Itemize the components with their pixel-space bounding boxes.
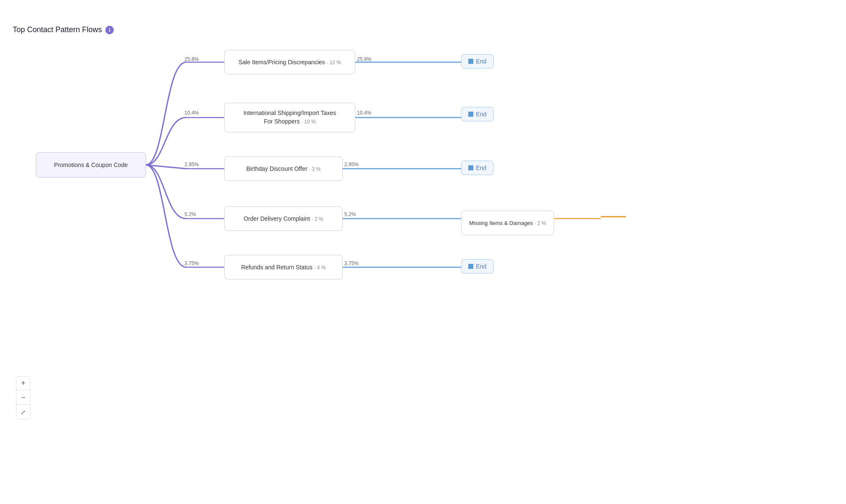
info-icon[interactable]: i [105, 26, 114, 34]
node-2[interactable]: International Shipping/Import TaxesFor S… [224, 103, 355, 132]
node-3[interactable]: Birthday Discount Offer · 3 % [224, 156, 343, 181]
pct-label-1: 25.8% [184, 56, 199, 62]
pct-label-4: 5.2% [184, 211, 196, 217]
page-title-area: Top Contact Pattern Flows i [13, 25, 114, 34]
bar-pct-1: 25.8% [357, 56, 371, 62]
bar-pct-2: 10.4% [357, 110, 371, 116]
end-node-3: End [461, 161, 494, 175]
end-node-5: End [461, 259, 494, 274]
bar-pct-5: 3.75% [344, 260, 359, 266]
end-square-1 [468, 59, 473, 64]
zoom-out-button[interactable]: − [16, 391, 30, 405]
root-node[interactable]: Promotions & Coupon Code [36, 152, 146, 178]
zoom-fit-button[interactable]: ⤢ [16, 405, 30, 419]
zoom-controls: + − ⤢ [16, 376, 30, 419]
node-4[interactable]: Order Delivery Complaint · 2 % [224, 206, 343, 231]
bar-pct-3: 2.95% [344, 162, 359, 167]
pct-label-5: 3.75% [184, 260, 199, 266]
missing-items-node[interactable]: Missing Items & Damages · 2 % [461, 211, 554, 235]
pct-label-2: 10.4% [184, 110, 199, 116]
end-node-2: End [461, 107, 494, 121]
page-title: Top Contact Pattern Flows [13, 25, 102, 34]
bar-pct-4: 5.2% [344, 211, 356, 217]
node-5[interactable]: Refunds and Return Status · 4 % [224, 255, 343, 279]
end-square-3 [468, 165, 473, 170]
orange-line [601, 216, 626, 217]
end-node-1: End [461, 54, 494, 68]
zoom-in-button[interactable]: + [16, 377, 30, 390]
node-1[interactable]: Sale Items/Pricing Discrepancies · 12 % [224, 50, 355, 74]
end-square-2 [468, 112, 473, 117]
pct-label-3: 2.95% [184, 162, 199, 167]
end-square-5 [468, 264, 473, 269]
